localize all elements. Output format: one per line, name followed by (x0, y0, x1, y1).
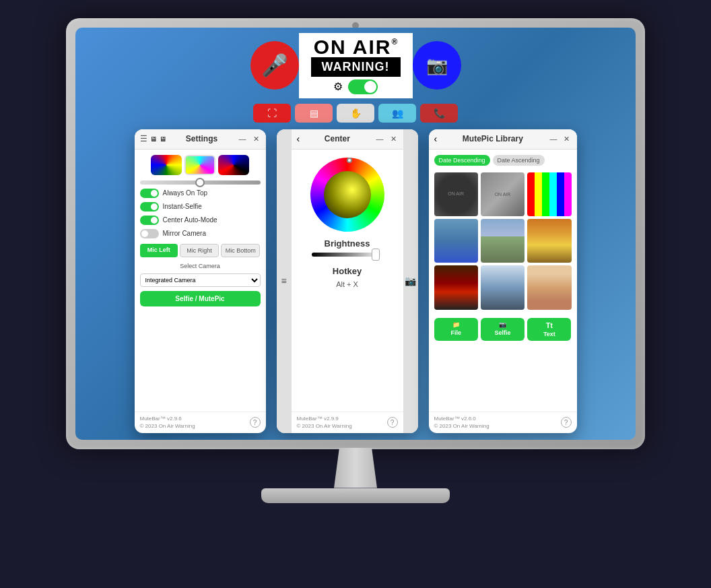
library-help-icon[interactable]: ? (561, 417, 572, 428)
file-icon: 📁 (452, 321, 460, 328)
library-action-buttons: 📁 File 📷 Selfie Tt Text (434, 318, 572, 341)
monitor: 🎤 ON AIR ® WARNING! ⚙ (53, 18, 658, 570)
settings-slider[interactable] (140, 181, 261, 185)
slider-thumb (195, 178, 205, 187)
thumb-3[interactable] (527, 172, 571, 216)
settings-titlebar: ☰ 🖥 🖥 Settings — ✕ (135, 129, 266, 150)
library-version: MuteBar™ v2.6.0 © 2023 On Air Warning (434, 415, 489, 430)
lib-text-btn[interactable]: Tt Text (527, 318, 571, 341)
thumb-9[interactable] (527, 265, 571, 309)
titlebar-left: ☰ 🖥 🖥 (140, 134, 166, 143)
instant-selfie-toggle[interactable] (140, 202, 159, 211)
camera-pill-blue: 📷 (413, 41, 461, 90)
settings-title: Settings (186, 134, 217, 143)
hand-btn[interactable]: ✋ (337, 104, 374, 123)
hotkey-label: Hotkey (333, 266, 362, 276)
instant-selfie-label: Instant-Selfie (163, 203, 202, 210)
color-preset-2[interactable] (184, 155, 215, 175)
gear-icon: ⚙ (333, 80, 343, 93)
mirror-camera-toggle[interactable] (140, 229, 159, 238)
camera-side-icon: 📷 (405, 275, 416, 286)
center-side-right[interactable]: 📷 (403, 129, 418, 433)
thumb-6-inner (527, 219, 571, 263)
menu-icon[interactable]: ☰ (140, 134, 147, 143)
thumb-4[interactable] (434, 219, 478, 263)
thumb-8-inner (481, 265, 524, 309)
always-on-top-toggle[interactable] (140, 189, 159, 198)
library-back-icon[interactable]: ‹ (434, 133, 438, 144)
library-titlebar: ‹ MutePic Library — ✕ (429, 129, 577, 150)
settings-body: Always On Top Instant-Selfie Center Auto… (135, 150, 266, 412)
camera-select[interactable]: Integrated Camera (140, 273, 261, 287)
thumb-5[interactable] (481, 219, 524, 263)
settings-minimize[interactable]: — (238, 135, 248, 143)
monitor-icon-2: 🖥 (160, 135, 166, 143)
thumb-7[interactable] (434, 265, 478, 309)
center-controls: — ✕ (375, 135, 398, 143)
toggle-always-on-top: Always On Top (140, 189, 261, 198)
top-logo-bar: 🎤 ON AIR ® WARNING! ⚙ (75, 28, 636, 101)
filter-date-desc[interactable]: Date Descending (434, 155, 490, 166)
onair-toggle[interactable] (348, 79, 378, 94)
thumb-2-inner: ON AIR (481, 172, 524, 216)
filter-date-asc[interactable]: Date Ascending (493, 155, 545, 166)
color-wheel-container[interactable] (308, 155, 387, 234)
brightness-slider[interactable] (312, 253, 382, 257)
library-minimize[interactable]: — (548, 135, 558, 143)
thumb-3-inner (527, 172, 571, 216)
center-auto-mode-toggle[interactable] (140, 216, 159, 225)
screen-share-btn[interactable]: ⛶ (253, 104, 291, 123)
thumb-5-inner (481, 219, 524, 263)
mic-icon: 🎤 (261, 53, 288, 78)
warning-badge: WARNING! (311, 57, 401, 77)
monitor-icon-1: 🖥 (150, 135, 157, 143)
windows-area: ☰ 🖥 🖥 Settings — ✕ (75, 123, 636, 440)
center-minimize[interactable]: — (375, 135, 385, 143)
settings-close[interactable]: ✕ (252, 135, 261, 143)
lib-file-btn[interactable]: 📁 File (434, 318, 478, 341)
center-close[interactable]: ✕ (389, 135, 398, 143)
users-btn[interactable]: 👥 (378, 104, 416, 123)
library-close[interactable]: ✕ (562, 135, 571, 143)
library-controls: — ✕ (548, 135, 571, 143)
settings-version: MuteBar™ v2.9.6 © 2023 On Air Warning (140, 415, 195, 430)
center-back-icon[interactable]: ‹ (297, 133, 300, 144)
warning-text: WARNING! (322, 60, 390, 73)
monitor-screen-outer: 🎤 ON AIR ® WARNING! ⚙ (66, 18, 645, 449)
thumb-1[interactable]: ON AIR (434, 172, 478, 216)
camera-icon: 📷 (426, 55, 448, 76)
toggle-center-auto-mode: Center Auto-Mode (140, 216, 261, 225)
thumb-9-inner (527, 265, 571, 309)
top-logo-area: 🎤 ON AIR ® WARNING! ⚙ (250, 33, 461, 98)
hotkey-value: Alt + X (336, 280, 358, 288)
color-preset-1[interactable] (151, 155, 182, 175)
hangup-btn[interactable]: 📞 (420, 104, 458, 123)
notes-btn[interactable]: ▤ (295, 104, 333, 123)
mic-bottom-btn[interactable]: Mic Bottom (221, 244, 260, 257)
color-preset-3[interactable] (218, 155, 249, 175)
center-side-left[interactable]: ≡ (277, 129, 292, 433)
color-wheel (310, 158, 384, 232)
library-window: ‹ MutePic Library — ✕ Date Descending Da… (429, 129, 577, 433)
lib-selfie-btn[interactable]: 📷 Selfie (481, 318, 524, 341)
center-help-icon[interactable]: ? (387, 417, 398, 428)
thumb-1-inner: ON AIR (434, 172, 478, 216)
mirror-camera-label: Mirror Camera (163, 230, 206, 237)
settings-controls: — ✕ (238, 135, 261, 143)
mic-left-btn[interactable]: Mic Left (140, 244, 178, 257)
thumb-6[interactable] (527, 219, 571, 263)
thumb-8[interactable] (481, 265, 524, 309)
center-main: ‹ Center — ✕ (292, 129, 403, 433)
library-body: Date Descending Date Ascending ON AIR (429, 150, 577, 412)
selfie-lib-icon: 📷 (499, 321, 506, 328)
select-camera-label: Select Camera (140, 263, 261, 269)
monitor-neck (329, 448, 382, 488)
selfie-mutepic-btn[interactable]: Selfie / MutePic (140, 291, 261, 306)
settings-window: ☰ 🖥 🖥 Settings — ✕ (135, 129, 266, 433)
settings-help-icon[interactable]: ? (250, 417, 261, 428)
text-icon: Tt (546, 321, 553, 329)
thumb-2[interactable]: ON AIR (481, 172, 524, 216)
monitor-base (261, 488, 450, 503)
mic-right-btn[interactable]: Mic Right (180, 244, 219, 257)
gear-toggle-row: ⚙ (333, 79, 378, 94)
